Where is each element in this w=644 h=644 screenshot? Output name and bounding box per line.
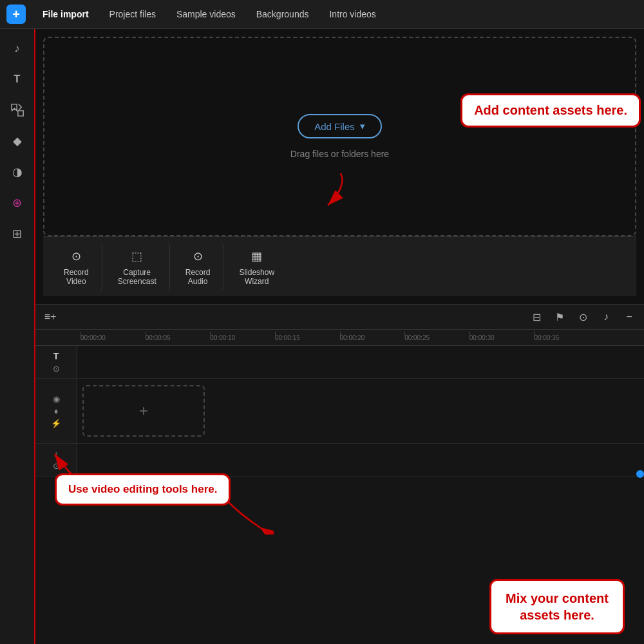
video-track-content: + (77, 379, 644, 443)
time-mark-5: 00:00:05 (146, 334, 211, 341)
color-icon[interactable]: ◑ (5, 159, 30, 185)
transitions-icon[interactable] (5, 97, 30, 123)
drop-zone[interactable]: Add Files ▾ Drag files or folders here (43, 37, 636, 236)
effects-icon[interactable]: ◆ (5, 128, 30, 154)
audio-track-row: ♪ ⊙ (35, 444, 644, 477)
add-files-label: Add Files (314, 121, 355, 132)
camera-button[interactable]: ⊙ (573, 307, 592, 327)
title-track-header: T ⊙ (35, 346, 77, 378)
tab-backgrounds[interactable]: Backgrounds (247, 5, 318, 23)
media-panel: Add Files ▾ Drag files or folders here A… (35, 29, 644, 304)
add-track-button[interactable]: ≡+ (41, 307, 60, 327)
mix-content-annotation: Mix your content assets here. (489, 579, 625, 634)
time-mark-20: 00:00:20 (340, 334, 405, 341)
audio-button[interactable]: ♪ (596, 307, 616, 327)
slideshow-wizard-icon: ▦ (248, 247, 266, 265)
overlays-icon[interactable]: ⊕ (5, 190, 30, 216)
content-area: Add Files ▾ Drag files or folders here A… (35, 29, 644, 644)
title-track-row: T ⊙ (35, 346, 644, 379)
title-track-icon: T (53, 351, 59, 361)
top-nav: + File import Project files Sample video… (0, 0, 644, 29)
slideshow-wizard-option[interactable]: ▦ SlideshowWizard (226, 242, 287, 291)
timeline-area: ≡+ ⊟ ⚑ ⊙ ♪ − 00:00:00 00:00:05 00:00:10 … (35, 304, 644, 644)
drag-arrow (289, 167, 366, 218)
capture-screencast-icon: ⬚ (128, 247, 146, 265)
time-mark-25: 00:00:25 (404, 334, 469, 341)
split-button[interactable]: − (620, 307, 639, 327)
marker-button[interactable]: ⚑ (550, 307, 569, 327)
drag-text: Drag files or folders here (290, 149, 389, 159)
right-indicator (636, 470, 644, 478)
record-audio-icon: ⊙ (189, 247, 207, 265)
title-track-sub-icon: ⊙ (53, 364, 60, 374)
import-options-bar: ⊙ RecordVideo ⬚ CaptureScreencast ⊙ Reco… (43, 236, 636, 296)
tab-intro-videos[interactable]: Intro videos (320, 5, 384, 23)
add-files-button[interactable]: Add Files ▾ (298, 114, 382, 138)
time-mark-30: 00:00:30 (469, 334, 535, 341)
music-note-icon[interactable]: ♪ (5, 35, 30, 61)
video-editing-annotation: Use video editing tools here. (55, 473, 231, 506)
video-track-lightning-icon: ⚡ (51, 419, 61, 428)
record-video-option[interactable]: ⊙ RecordVideo (51, 242, 102, 291)
time-mark-15: 00:00:15 (275, 334, 340, 341)
add-content-annotation: Add content assets here. (460, 93, 641, 128)
video-track-audio-icon: ♦ (54, 406, 59, 416)
time-mark-35: 00:00:35 (534, 334, 599, 341)
caption-tool-button[interactable]: ⊟ (527, 307, 546, 327)
tab-project-files[interactable]: Project files (100, 5, 165, 23)
title-track-content (77, 346, 644, 378)
tab-file-import[interactable]: File import (33, 5, 98, 23)
capture-screencast-option[interactable]: ⬚ CaptureScreencast (105, 242, 170, 291)
time-mark-10: 00:00:10 (210, 334, 275, 341)
audio-track-content (77, 444, 644, 476)
mix-arrow (222, 496, 274, 535)
time-mark-0: 00:00:00 (80, 334, 146, 341)
chevron-down-icon: ▾ (360, 120, 365, 132)
record-video-icon: ⊙ (67, 247, 85, 265)
plus-button[interactable]: + (6, 5, 26, 24)
main-layout: ♪ T ◆ ◑ ⊕ ⊞ Add Files ▾ Drag files or fo… (0, 29, 644, 644)
record-audio-option[interactable]: ⊙ RecordAudio (173, 242, 224, 291)
video-track-eye-icon: ◉ (53, 394, 60, 404)
video-track-header: ◉ ♦ ⚡ (35, 379, 77, 443)
add-clip-button[interactable]: + (82, 385, 205, 437)
timeline-toolbar: ≡+ ⊟ ⚑ ⊙ ♪ − (35, 304, 644, 330)
widgets-icon[interactable]: ⊞ (5, 221, 30, 247)
left-sidebar: ♪ T ◆ ◑ ⊕ ⊞ (0, 29, 35, 644)
video-track-row: ◉ ♦ ⚡ + (35, 379, 644, 444)
text-icon[interactable]: T (5, 66, 30, 92)
time-ruler: 00:00:00 00:00:05 00:00:10 00:00:15 00:0… (35, 330, 644, 346)
tab-sample-videos[interactable]: Sample videos (167, 5, 245, 23)
